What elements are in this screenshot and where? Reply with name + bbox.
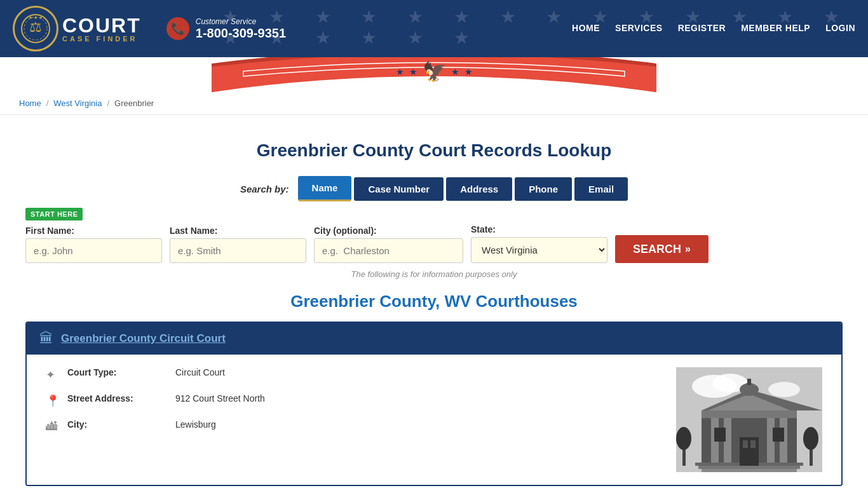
phone-icon: 📞 — [166, 17, 189, 40]
search-by-row: Search by: Name Case Number Address Phon… — [25, 176, 843, 201]
search-button[interactable]: SEARCH » — [615, 235, 709, 263]
svg-point-7 — [768, 382, 800, 397]
search-form: First Name: Last Name: City (optional): … — [25, 224, 843, 263]
svg-point-28 — [676, 427, 691, 450]
first-name-label: First Name: — [25, 226, 162, 236]
tab-address[interactable]: Address — [446, 177, 512, 201]
nav-register[interactable]: REGISTER — [678, 23, 726, 34]
address-row: 📍 Street Address: 912 Court Street North — [46, 393, 663, 408]
court-type-row: ✦ Court Type: Circuit Court — [46, 367, 663, 382]
site-logo[interactable]: ⚖ ★ ★ ★ COURT CASE FINDER — [13, 6, 141, 51]
logo-court-text: COURT — [62, 15, 141, 36]
first-name-group: First Name: — [25, 226, 162, 263]
svg-rect-22 — [740, 437, 759, 466]
court-type-label: Court Type: — [67, 367, 169, 377]
city-row-value: Lewisburg — [175, 419, 216, 430]
eagle-emblem: ★ ★ 🦅 ★ ★ — [396, 60, 473, 83]
city-group: City (optional): — [314, 226, 463, 263]
logo-circle: ⚖ ★ ★ ★ — [13, 6, 58, 51]
info-note: The following is for information purpose… — [25, 269, 843, 279]
courthouse-details: ✦ Court Type: Circuit Court 📍 Street Add… — [46, 367, 663, 472]
city-label: City (optional): — [314, 226, 463, 236]
star-right-1: ★ — [451, 67, 459, 77]
city-input[interactable] — [314, 238, 463, 263]
nav-home[interactable]: HOME — [572, 23, 600, 34]
page-title: Greenbrier County Court Records Lookup — [25, 140, 843, 161]
tab-name[interactable]: Name — [298, 176, 352, 201]
last-name-label: Last Name: — [170, 226, 306, 236]
svg-rect-13 — [702, 410, 797, 418]
svg-rect-20 — [698, 466, 800, 469]
breadcrumb-sep-2: / — [107, 98, 109, 108]
courthouses-title: Greenbrier County, WV Courthouses — [25, 292, 843, 311]
logo-case-finder-text: CASE FINDER — [62, 36, 141, 43]
courthouse-header: 🏛 Greenbrier County Circuit Court — [27, 323, 841, 355]
courthouse-image — [676, 367, 822, 472]
tab-phone[interactable]: Phone — [515, 177, 572, 201]
svg-rect-25 — [714, 428, 726, 442]
breadcrumb-state[interactable]: West Virginia — [53, 98, 102, 108]
state-label: State: — [471, 224, 607, 234]
phone-number: 1-800-309-9351 — [196, 26, 286, 41]
tab-case-number[interactable]: Case Number — [354, 177, 444, 201]
breadcrumb-home[interactable]: Home — [19, 98, 41, 108]
svg-rect-26 — [773, 428, 784, 442]
main-content: Greenbrier County Court Records Lookup S… — [0, 115, 868, 488]
star-left-2: ★ — [409, 67, 417, 77]
svg-text:⚖: ⚖ — [29, 19, 42, 35]
courthouse-header-icon: 🏛 — [39, 330, 53, 347]
start-here-badge: START HERE — [25, 208, 83, 220]
court-type-value: Circuit Court — [175, 367, 225, 377]
site-header: ⚖ ★ ★ ★ COURT CASE FINDER 📞 Customer Ser… — [0, 0, 868, 57]
svg-rect-23 — [743, 440, 748, 448]
court-type-icon: ✦ — [46, 368, 61, 382]
customer-service-label: Customer Service — [196, 17, 286, 26]
phone-area: 📞 Customer Service 1-800-309-9351 — [166, 17, 286, 41]
courthouse-body: ✦ Court Type: Circuit Court 📍 Street Add… — [27, 355, 841, 485]
breadcrumb-sep-1: / — [46, 98, 49, 108]
svg-rect-18 — [747, 379, 751, 385]
tab-email[interactable]: Email — [574, 177, 628, 201]
main-nav: HOME SERVICES REGISTER MEMBER HELP LOGIN — [572, 23, 855, 34]
search-by-label: Search by: — [240, 184, 289, 194]
svg-rect-24 — [750, 440, 756, 448]
city-row-label: City: — [67, 419, 169, 430]
last-name-group: Last Name: — [170, 226, 306, 263]
breadcrumb-county: Greenbrier — [114, 98, 154, 108]
star-right-2: ★ — [465, 67, 473, 77]
address-value: 912 Court Street North — [175, 393, 265, 403]
svg-text:★ ★ ★: ★ ★ ★ — [29, 15, 43, 20]
svg-rect-21 — [702, 469, 797, 472]
eagle-banner: ★ ★ 🦅 ★ ★ — [0, 57, 868, 92]
city-row: 🏙 City: Lewisburg — [46, 419, 663, 433]
nav-services[interactable]: SERVICES — [615, 23, 663, 34]
nav-member-help[interactable]: MEMBER HELP — [741, 23, 810, 34]
courthouse-card: 🏛 Greenbrier County Circuit Court ✦ Cour… — [25, 322, 843, 486]
courthouse-name-link[interactable]: Greenbrier County Circuit Court — [61, 332, 226, 345]
state-group: State: West Virginia Alabama Alaska Ariz… — [471, 224, 607, 263]
svg-point-30 — [803, 427, 818, 450]
last-name-input[interactable] — [170, 238, 306, 263]
state-select[interactable]: West Virginia Alabama Alaska Arizona Ark… — [471, 237, 607, 263]
address-icon: 📍 — [46, 394, 61, 408]
star-left-1: ★ — [396, 67, 404, 77]
eagle-icon: 🦅 — [423, 60, 446, 83]
address-label: Street Address: — [67, 393, 169, 403]
first-name-input[interactable] — [25, 238, 162, 263]
city-row-icon: 🏙 — [46, 420, 61, 433]
search-chevrons-icon: » — [685, 243, 691, 255]
breadcrumb: Home / West Virginia / Greenbrier — [0, 92, 868, 115]
nav-login[interactable]: LOGIN — [825, 23, 855, 34]
search-button-label: SEARCH — [633, 243, 681, 256]
